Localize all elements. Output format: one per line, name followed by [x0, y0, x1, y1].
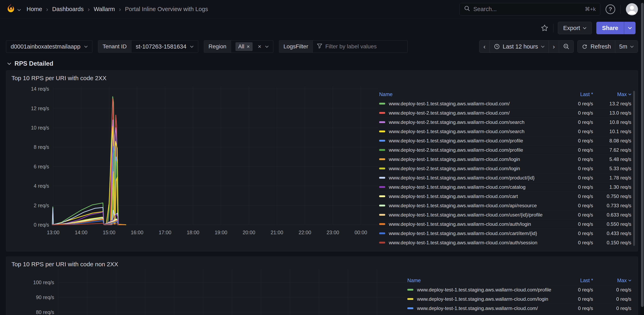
scrollbar-thumb[interactable]	[641, 3, 644, 307]
chart-canvas[interactable]: 100 req/s90 req/s80 req/s	[8, 269, 407, 315]
legend-row[interactable]: www.deploy-test-2.test.staging.aws.walla…	[379, 145, 631, 154]
favorite-star-button[interactable]	[540, 24, 549, 32]
dashboard-row-rps-detailed[interactable]: RPS Detailed	[0, 55, 644, 71]
series-color-swatch[interactable]	[379, 149, 385, 151]
breadcrumb-dashboards[interactable]: Dashboards	[52, 6, 84, 13]
series-name[interactable]: www.deploy-test-2.test.staging.aws.walla…	[389, 166, 561, 171]
series-name[interactable]: www.deploy-test-2.test.staging.aws.walla…	[389, 147, 561, 153]
series-name[interactable]: www.deploy-test-1.test.staging.aws.walla…	[389, 175, 561, 181]
user-avatar[interactable]	[626, 3, 638, 15]
legend-row[interactable]: www.deploy-test-1.test.staging.aws.walla…	[379, 219, 631, 229]
timeseries-chart-non2xx[interactable]: 100 req/s90 req/s80 req/s	[8, 269, 407, 315]
chart-canvas[interactable]: 0 req/s2 req/s4 req/s6 req/s8 req/s10 re…	[8, 83, 379, 240]
series-name[interactable]: www.deploy-test-1.test.staging.aws.walla…	[417, 287, 561, 293]
export-button[interactable]: Export	[558, 22, 592, 34]
legend-row[interactable]: www.deploy-test-2.test.staging.aws.walla…	[379, 108, 631, 117]
series-name[interactable]: www.deploy-test-1.test.staging.aws.walla…	[389, 101, 561, 107]
series-name[interactable]: www.deploy-test-2.test.staging.aws.walla…	[389, 110, 561, 116]
zoom-out-time-button[interactable]	[559, 41, 574, 53]
share-button[interactable]: Share	[596, 22, 624, 34]
series-color-swatch[interactable]	[407, 289, 413, 291]
timeseries-chart-2xx[interactable]: 0 req/s2 req/s4 req/s6 req/s8 req/s10 re…	[8, 83, 379, 247]
legend-row[interactable]: www.deploy-test-1.test.staging.aws.walla…	[407, 285, 631, 294]
series-color-swatch[interactable]	[379, 205, 385, 206]
legend-row[interactable]: www.deploy-test-2.test.staging.aws.walla…	[379, 117, 631, 127]
series-color-swatch[interactable]	[379, 121, 385, 123]
grafana-logo-menu[interactable]	[6, 4, 21, 15]
series-color-swatch[interactable]	[379, 186, 385, 188]
legend-row[interactable]: www.deploy-test-1.test.staging.aws.walla…	[379, 238, 631, 247]
search-input[interactable]	[473, 6, 582, 13]
logs-filter-input[interactable]	[325, 43, 403, 50]
legend-row[interactable]: www.deploy-test-1.test.staging.aws.walla…	[379, 136, 631, 145]
series-color-swatch[interactable]	[379, 103, 385, 105]
legend-row[interactable]: www.deploy-test-1.test.staging.aws.walla…	[379, 154, 631, 164]
legend-row[interactable]: www.deploy-test-1.test.staging.aws.walla…	[407, 294, 631, 303]
search-box[interactable]: ⌘+k	[460, 3, 600, 16]
time-shift-back-button[interactable]: ‹	[480, 41, 490, 53]
legend-row[interactable]: www.deploy-test-1.test.staging.aws.walla…	[379, 173, 631, 182]
series-color-swatch[interactable]	[379, 177, 385, 179]
legend-row[interactable]: www.deploy-test-1.test.staging.aws.walla…	[379, 229, 631, 238]
series-name[interactable]: www.deploy-test-1.test.staging.aws.walla…	[389, 138, 561, 144]
refresh-interval-picker[interactable]: 5m	[615, 41, 638, 53]
legend-col-last[interactable]: Last *	[561, 91, 593, 97]
series-name[interactable]: www.deploy-test-1.test.staging.aws.walla…	[389, 156, 561, 162]
series-name[interactable]: www.deploy-test-1.test.staging.aws.walla…	[389, 212, 561, 218]
series-name[interactable]: www.deploy-test-1.test.staging.aws.walla…	[389, 194, 561, 199]
region-chip-remove-icon[interactable]: ×	[247, 44, 250, 50]
region-clear-icon[interactable]: ×	[258, 43, 262, 50]
legend-row[interactable]: www.deploy-test-2.test.staging.aws.walla…	[379, 164, 631, 173]
legend-row[interactable]: www.deploy-test-1.test.staging.aws.walla…	[379, 127, 631, 136]
series-color-swatch[interactable]	[379, 232, 385, 234]
series-name[interactable]: www.deploy-test-1.test.staging.aws.walla…	[389, 240, 561, 245]
series-color-swatch[interactable]	[379, 168, 385, 169]
series-color-swatch[interactable]	[379, 242, 385, 243]
refresh-button[interactable]: Refresh	[578, 41, 615, 53]
series-name[interactable]: www.deploy-test-1.test.staging.aws.walla…	[417, 296, 561, 302]
share-dropdown-button[interactable]	[624, 22, 636, 34]
series-name[interactable]: www.deploy-test-1.test.staging.aws.walla…	[389, 231, 561, 236]
legend-col-name[interactable]: Name	[407, 277, 561, 283]
legend-row[interactable]: www.deploy-test-1.test.staging.aws.walla…	[379, 182, 631, 192]
chevron-down-icon	[190, 46, 194, 48]
series-name[interactable]: www.deploy-test-1.test.staging.aws.walla…	[417, 305, 561, 311]
time-shift-forward-button[interactable]: ›	[549, 41, 559, 53]
breadcrumb-wallarm[interactable]: Wallarm	[94, 6, 115, 13]
panel-title[interactable]: Top 10 RPS per URI with code non 2XX	[6, 257, 638, 269]
app-variable-dropdown[interactable]: d0001ainboxatestmailaapp	[6, 40, 92, 53]
legend-scrollbar[interactable]	[633, 91, 635, 246]
series-color-swatch[interactable]	[379, 158, 385, 160]
breadcrumb: Home › Dashboards › Wallarm › Portal Inl…	[26, 6, 208, 13]
series-name[interactable]: www.deploy-test-1.test.staging.aws.walla…	[389, 203, 561, 208]
breadcrumb-home[interactable]: Home	[26, 6, 42, 13]
series-color-swatch[interactable]	[379, 140, 385, 142]
legend-col-last[interactable]: Last *	[561, 277, 593, 283]
series-name[interactable]: www.deploy-test-1.test.staging.aws.walla…	[389, 184, 561, 190]
legend-col-max[interactable]: Max	[593, 91, 631, 97]
legend-row[interactable]: www.deploy-test-1.test.staging.aws.walla…	[379, 192, 631, 201]
legend-col-max[interactable]: Max	[593, 277, 631, 283]
series-color-swatch[interactable]	[379, 214, 385, 216]
tenant-id-dropdown[interactable]: Tenant ID st-107263-1581634	[98, 40, 198, 53]
series-name[interactable]: www.deploy-test-1.test.staging.aws.walla…	[389, 221, 561, 227]
series-color-swatch[interactable]	[379, 195, 385, 197]
series-color-swatch[interactable]	[379, 223, 385, 225]
legend-col-name[interactable]: Name	[379, 91, 561, 97]
series-name[interactable]: www.deploy-test-1.test.staging.aws.walla…	[389, 129, 561, 134]
legend-row[interactable]: www.deploy-test-1.test.staging.aws.walla…	[407, 303, 631, 313]
series-color-swatch[interactable]	[379, 131, 385, 132]
series-name[interactable]: www.deploy-test-2.test.staging.aws.walla…	[389, 119, 561, 125]
window-scrollbar[interactable]	[640, 0, 644, 315]
series-color-swatch[interactable]	[407, 298, 413, 300]
help-button[interactable]: ?	[606, 5, 615, 14]
legend-row[interactable]: www.deploy-test-1.test.staging.aws.walla…	[379, 210, 631, 219]
legend-row[interactable]: www.deploy-test-1.test.staging.aws.walla…	[379, 99, 631, 108]
series-color-swatch[interactable]	[407, 307, 413, 309]
legend-row[interactable]: www.deploy-test-1.test.staging.aws.walla…	[379, 201, 631, 210]
region-dropdown[interactable]: Region All × ×	[204, 40, 273, 53]
series-color-swatch[interactable]	[379, 112, 385, 114]
panel-title[interactable]: Top 10 RPS per URI with code 2XX	[6, 71, 638, 83]
time-range-picker[interactable]: Last 12 hours	[490, 41, 549, 53]
region-chip-all[interactable]: All ×	[236, 42, 252, 51]
